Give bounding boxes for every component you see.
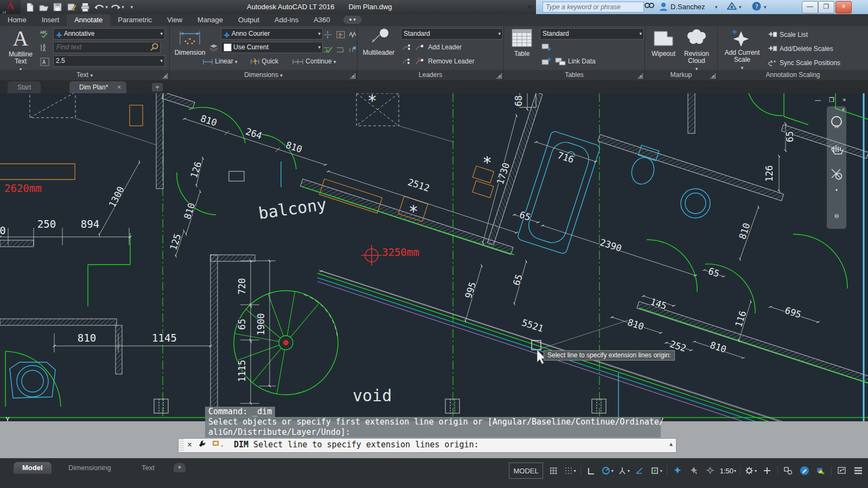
dimension-button[interactable]: Dimension	[173, 28, 207, 56]
hardware-acceleration-button[interactable]	[797, 464, 812, 477]
layout-tab-dimensioning[interactable]: Dimensioning	[60, 462, 120, 474]
zoom-icon[interactable]	[829, 167, 844, 182]
new-layout-button[interactable]: +	[174, 463, 186, 472]
recent-commands-icon[interactable]: ▾	[212, 440, 224, 450]
table-style-select[interactable]: Standard▾	[540, 28, 644, 40]
panel-title-markup[interactable]: Markup	[645, 70, 717, 80]
new-file-icon[interactable]	[24, 2, 36, 12]
continue-dropdown[interactable]: ▾	[334, 59, 336, 65]
file-tab-start[interactable]: Start	[8, 81, 41, 93]
app-menu-button[interactable]: A LT	[0, 0, 21, 14]
annotation-scale-icon[interactable]	[703, 464, 718, 477]
sync-scale-positions-button[interactable]: Sync Scale Positions	[780, 57, 840, 68]
add-delete-scales-icon[interactable]	[768, 44, 777, 54]
panel-title-tables[interactable]: Tables	[504, 70, 644, 80]
mleader-align-icon[interactable]	[402, 43, 412, 53]
status-plus-button[interactable]	[760, 464, 775, 477]
linear-dim-button[interactable]: Linear ▾	[202, 56, 238, 67]
adjust-space-icon[interactable]: I	[336, 30, 346, 41]
link-data-icon[interactable]	[555, 57, 566, 67]
snap-mode-button[interactable]: ▾	[563, 464, 578, 477]
tab-output[interactable]: Output	[231, 14, 267, 26]
sync-scale-positions-icon[interactable]	[768, 59, 777, 68]
help-dropdown[interactable]: ▾	[764, 0, 767, 14]
add-leader-button[interactable]: Add Leader	[428, 42, 462, 53]
workspace-gear-button[interactable]: ▾	[743, 464, 758, 477]
tab-view[interactable]: View	[159, 14, 190, 26]
redo-icon[interactable]	[110, 2, 122, 12]
wipeout-button[interactable]: Wipeout	[648, 28, 679, 57]
layout-tab-model[interactable]: Model	[14, 462, 52, 474]
save-icon[interactable]	[52, 2, 63, 12]
find-search-icon[interactable]	[150, 43, 159, 53]
dim-layer-select[interactable]: Use Current▾	[221, 42, 323, 53]
find-text-input[interactable]	[55, 43, 141, 52]
ribbon-display-toggle[interactable]: ● ▾	[343, 16, 362, 24]
revision-cloud-button[interactable]: Revision Cloud▾	[680, 28, 713, 72]
polar-dropdown[interactable]: ▾	[611, 468, 614, 473]
text-height-select[interactable]: 2.5▾	[53, 55, 165, 67]
graphics-performance-icon[interactable]	[813, 464, 828, 477]
dimensions-dialog-launcher-icon[interactable]	[350, 73, 355, 79]
remove-leader-button[interactable]: Remove Leader	[428, 56, 474, 67]
drawing-canvas[interactable]: 8102648101261300810125251217307166523909…	[0, 93, 868, 458]
find-text-field[interactable]	[53, 42, 161, 53]
dim-layer-icon[interactable]	[209, 43, 219, 54]
help-icon[interactable]: ?	[752, 0, 761, 14]
isolate-objects-button[interactable]	[781, 464, 796, 477]
multileader-button[interactable]: Multileader	[361, 28, 397, 56]
leaders-dialog-launcher-icon[interactable]	[496, 73, 502, 79]
tab-insert[interactable]: Insert	[34, 14, 67, 26]
annotation-scale-value[interactable]: 1:50▾	[719, 464, 737, 477]
user-dropdown[interactable]: ▾	[715, 0, 718, 14]
scale-dropdown[interactable]: ▾	[734, 468, 736, 473]
panel-title-leaders[interactable]: Leaders	[358, 70, 503, 80]
text-align-icon[interactable]: AA	[40, 43, 50, 54]
dim-update-icon[interactable]	[349, 46, 356, 56]
file-tab-dim-plan[interactable]: Dim Plan* ×	[69, 81, 126, 93]
polar-tracking-button[interactable]: ▾	[600, 464, 615, 477]
text-dialog-launcher-icon[interactable]	[162, 73, 168, 79]
remove-leader-icon[interactable]	[415, 57, 425, 67]
add-leader-icon[interactable]	[415, 43, 425, 53]
markup-dialog-launcher-icon[interactable]	[710, 73, 716, 79]
a360-dropdown[interactable]: ▾	[739, 0, 742, 14]
fullscreen-button[interactable]	[834, 464, 850, 477]
command-prompt[interactable]: DIM Select line to specify extension lin…	[234, 440, 479, 450]
grid-display-button[interactable]	[546, 464, 561, 477]
drawing-window-buttons[interactable]: — ❒ ×	[815, 97, 849, 104]
add-delete-scales-button[interactable]: Add/Delete Scales	[780, 43, 833, 54]
annotation-visibility-button[interactable]	[670, 464, 685, 477]
steering-wheel-icon[interactable]: 2D	[829, 115, 844, 130]
table-button[interactable]: Table	[508, 28, 535, 57]
infocenter-collapse-icon[interactable]: ▶	[528, 3, 533, 9]
object-snap-button[interactable]: ▾	[649, 464, 664, 477]
tab-manage[interactable]: Manage	[190, 14, 231, 26]
continue-dim-button[interactable]: Continue ▾	[292, 56, 336, 67]
isodraft-dropdown[interactable]: ▾	[628, 468, 630, 473]
undo-icon[interactable]	[93, 2, 105, 12]
jog-line-icon[interactable]	[349, 30, 356, 41]
signed-in-user[interactable]: D.Sanchez	[671, 0, 705, 14]
panel-title-annotation-scaling[interactable]: Annotation Scaling	[718, 70, 868, 80]
a360-icon[interactable]	[727, 0, 737, 14]
tab-home[interactable]: Home	[0, 14, 34, 26]
autoscale-button[interactable]	[686, 464, 701, 477]
dim-style-select[interactable]: Anno Courier▾	[221, 28, 323, 40]
navbar-close-icon[interactable]: ×	[842, 107, 845, 112]
command-customize-icon[interactable]	[198, 440, 206, 451]
model-space-button[interactable]: MODEL	[509, 463, 542, 479]
quick-dim-button[interactable]: Quick	[250, 56, 278, 67]
multiline-text-button[interactable]: A Multiline Text▾	[4, 27, 37, 73]
text-style-select[interactable]: Annotative▾	[53, 28, 165, 40]
file-tab-close-icon[interactable]: ×	[117, 81, 121, 93]
open-file-icon[interactable]	[38, 2, 50, 12]
tables-dialog-launcher-icon[interactable]	[637, 73, 643, 79]
zoom-dropdown-icon[interactable]: ▾	[829, 188, 844, 203]
extract-data-icon[interactable]	[541, 43, 552, 53]
minimize-button[interactable]: —	[802, 1, 818, 14]
dim-sync-icon[interactable]	[336, 46, 346, 56]
layout-tab-text[interactable]: Text	[133, 462, 163, 474]
workspace-dropdown[interactable]: ▾	[755, 468, 757, 473]
panel-title-text[interactable]: Text ▾	[0, 70, 169, 80]
